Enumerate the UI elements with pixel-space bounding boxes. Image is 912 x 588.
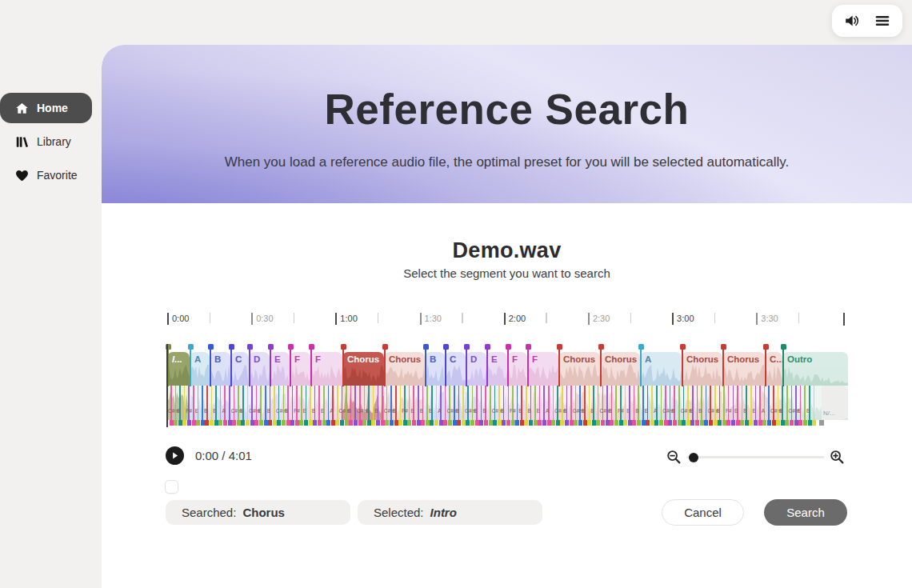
zoom-slider[interactable] [686,456,824,458]
cancel-button[interactable]: Cancel [662,499,744,526]
page-subtitle: When you load a reference audio file, th… [225,154,790,170]
zoom-slider-thumb[interactable] [689,453,698,462]
segment-pin[interactable] [268,344,274,350]
waveform-editor[interactable]: I...ABCDEFFChorusChorusBCDEFFChorusChoru… [166,344,848,427]
segment-pin[interactable] [464,344,470,350]
segment-f[interactable]: F [507,352,527,386]
playhead[interactable] [166,344,168,427]
segment-pin[interactable] [526,344,531,350]
searched-label: Searched: [182,506,236,519]
segment-f[interactable]: F [310,352,342,386]
segment-pin[interactable] [288,344,294,350]
chord-label: F# [402,408,408,414]
sidebar-item-home[interactable]: Home [0,93,92,123]
segment-boundary [558,346,560,386]
chord-line [260,386,262,420]
chord-label: E [258,408,261,414]
segment-e[interactable]: E [270,352,290,386]
segment-f[interactable]: F [290,352,310,386]
zoom-in-icon[interactable] [829,449,846,469]
segment-c[interactable]: C [230,352,249,386]
chord-line [404,386,406,420]
segment-chorus[interactable]: Chorus [722,352,765,386]
chord-pin [565,420,569,426]
chord-pin [187,420,191,426]
chord-pin [749,420,753,426]
chord-pin [592,420,596,426]
play-button[interactable] [166,446,184,465]
segment-boundary [249,346,250,386]
segment-pin[interactable] [341,344,346,350]
sidebar-item-favorite[interactable]: Favorite [0,160,102,190]
segment-pin[interactable] [188,344,194,350]
sidebar-item-library[interactable]: Library [0,126,102,157]
segment-b[interactable]: B [425,352,445,386]
segment-f[interactable]: F [527,352,558,386]
chord-line [579,386,581,420]
segment-pin[interactable] [680,344,686,350]
segment-b[interactable]: B [210,352,230,386]
segment-pin[interactable] [485,344,490,350]
segment-i[interactable]: I... [167,352,190,386]
zoom-out-icon[interactable] [666,449,682,469]
option-checkbox[interactable] [165,480,178,494]
segment-pin[interactable] [557,344,562,350]
segment-pin[interactable] [721,344,726,350]
ruler-tick [294,313,295,323]
segment-pin[interactable] [598,344,604,350]
chord-line [562,386,563,420]
segment-d[interactable]: D [466,352,486,386]
segment-pin[interactable] [763,344,769,350]
chord-pin [299,420,303,426]
segment-label: F [512,354,518,364]
segment-pin[interactable] [247,344,253,350]
segment-pin[interactable] [638,344,644,350]
segment-pin[interactable] [443,344,449,350]
segment-label: D [254,354,260,364]
segment-d[interactable]: D [249,352,270,386]
chord-line [733,386,734,420]
chord-line [768,386,770,420]
segment-pin[interactable] [208,344,214,350]
segment-pin[interactable] [229,344,234,350]
segment-chorus[interactable]: Chorus [342,352,384,386]
chord-line [292,386,294,420]
segment-c[interactable]: C [445,352,466,386]
chord-label: B [806,408,810,414]
segment-outro[interactable]: Outro [782,352,848,386]
segment-chorus[interactable]: Chorus [558,352,600,386]
segment-chorus[interactable]: Chorus [682,352,722,386]
segment-e[interactable]: E [486,352,507,386]
chord-pin [426,420,430,426]
segment-a[interactable]: A [640,352,682,386]
chord-pin [371,420,375,426]
chord-pin [489,420,493,426]
chord-pin [250,420,254,426]
ruler-tick [798,313,800,323]
segment-boundary [507,346,509,386]
segment-pin[interactable] [382,344,388,350]
chord-pin [700,420,704,426]
chord-pin [642,420,646,426]
speaker-icon[interactable] [842,11,862,30]
chord-pin [170,420,174,426]
chord-pin [313,420,317,426]
hamburger-icon[interactable] [873,11,892,30]
chord-pin [520,420,524,426]
chord-pin [174,420,178,426]
segment-pin[interactable] [781,344,786,350]
ruler-tick-label: 0:00 [172,314,189,323]
segment-c[interactable]: C... [765,352,782,386]
segment-pin[interactable] [506,344,511,350]
chord-line [710,386,711,420]
segment-pin[interactable] [423,344,429,350]
chord-line [224,386,226,420]
chord-pin [776,420,780,426]
segment-chorus[interactable]: Chorus [600,352,640,386]
chord-pin [205,420,209,426]
search-button[interactable]: Search [764,499,847,526]
chord-pin [493,420,497,426]
segment-pin[interactable] [309,344,314,350]
segment-chorus[interactable]: Chorus [384,352,425,386]
segment-a[interactable]: A [190,352,210,386]
